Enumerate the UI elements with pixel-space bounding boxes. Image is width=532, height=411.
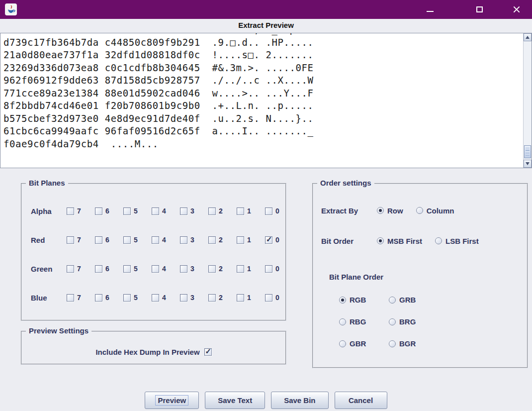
bit-order-radio-msb-first[interactable] — [377, 237, 384, 244]
extract-by-radio-column[interactable] — [416, 207, 423, 214]
bit-plane-order-option-bgr[interactable]: BGR — [389, 339, 426, 348]
bit-plane-order-label: Bit Plane Order — [329, 273, 383, 281]
save-text-button[interactable]: Save Text — [205, 392, 265, 409]
checkbox-alpha-bit-0[interactable] — [265, 207, 272, 215]
extract-by-option-column[interactable]: Column — [416, 206, 454, 215]
checkbox-blue-bit-5[interactable] — [123, 294, 131, 302]
extract-by-radio-row[interactable] — [377, 207, 384, 214]
hex-dump-preview[interactable]: .......,. _..p....d739c17fb364b7da c4485… — [0, 33, 532, 168]
checkbox-red-bit-5[interactable] — [123, 236, 131, 244]
bit-plane-order-option-grb[interactable]: GRB — [389, 296, 426, 304]
scrollbar-thumb[interactable] — [524, 145, 531, 158]
bit-number-label: 1 — [247, 265, 251, 273]
save-bin-button[interactable]: Save Bin — [271, 392, 328, 409]
bit-order-option-msb-first[interactable]: MSB First — [377, 237, 422, 245]
bit-number-label: 3 — [190, 207, 194, 215]
bit-number-label: 2 — [219, 207, 223, 215]
extract-by-options: RowColumn — [377, 206, 467, 215]
checkbox-alpha-bit-5[interactable] — [123, 207, 131, 215]
hex-line: d739c17fb364b7da c44850c809f9b291 .9.□.d… — [3, 36, 522, 49]
bit-number-label: 4 — [162, 265, 166, 273]
order-settings-title: Order settings — [317, 179, 374, 187]
bit-number-label: 2 — [219, 236, 223, 244]
bit-number-label: 0 — [275, 236, 279, 244]
bit-cell: 7 — [67, 207, 95, 215]
bit-number-label: 0 — [275, 265, 279, 273]
checkbox-green-bit-2[interactable] — [208, 265, 216, 273]
order-settings-group: Order settings Extract By RowColumn Bit … — [312, 183, 528, 368]
bit-order-radio-lsb-first[interactable] — [435, 237, 442, 244]
button-bar: PreviewSave TextSave BinCancel — [0, 392, 532, 409]
bit-number-label: 3 — [190, 294, 194, 302]
radio-label-row: Row — [387, 206, 403, 215]
bit-cell: 6 — [95, 207, 123, 215]
bit-plane-order-radio-rbg[interactable] — [339, 318, 346, 325]
hex-line: f0ae9c0f4da79cb4 ....M... — [3, 138, 522, 151]
preview-button[interactable]: Preview — [145, 392, 199, 409]
channel-label-red: Red — [31, 236, 67, 244]
bit-plane-order-radio-bgr[interactable] — [389, 340, 396, 347]
channel-label-green: Green — [31, 265, 67, 273]
bit-number-label: 2 — [219, 294, 223, 302]
checkbox-blue-bit-1[interactable] — [237, 294, 244, 302]
checkbox-green-bit-1[interactable] — [237, 265, 244, 273]
checkbox-green-bit-5[interactable] — [123, 265, 131, 273]
extract-by-option-row[interactable]: Row — [377, 206, 403, 215]
cancel-button[interactable]: Cancel — [335, 392, 387, 409]
vertical-scrollbar[interactable] — [523, 33, 532, 168]
checkbox-red-bit-2[interactable] — [208, 236, 216, 244]
checkbox-green-bit-7[interactable] — [67, 265, 74, 273]
bit-number-label: 1 — [247, 207, 251, 215]
close-button[interactable] — [513, 5, 521, 13]
checkbox-alpha-bit-3[interactable] — [180, 207, 187, 215]
hex-line: 8f2bbdb74cd46e01 f20b708601b9c9b0 .+..L.… — [3, 100, 522, 112]
checkbox-blue-bit-4[interactable] — [152, 294, 159, 302]
checkbox-alpha-bit-1[interactable] — [237, 207, 244, 215]
scroll-up-button[interactable] — [524, 33, 532, 41]
checkbox-green-bit-0[interactable] — [265, 265, 272, 273]
bit-plane-order-radio-rgb[interactable] — [339, 297, 346, 304]
checkbox-green-bit-6[interactable] — [95, 265, 102, 273]
checkbox-red-bit-4[interactable] — [152, 236, 159, 244]
checkbox-red-bit-1[interactable] — [237, 236, 244, 244]
checkbox-blue-bit-3[interactable] — [180, 294, 187, 302]
bit-plane-order-option-rbg[interactable]: RBG — [339, 317, 376, 326]
include-hex-checkbox[interactable] — [204, 348, 212, 356]
radio-label-column: Column — [427, 206, 454, 215]
bit-planes-group: Bit Planes Alpha76543210Red76543210Green… — [21, 183, 286, 321]
bit-order-option-lsb-first[interactable]: LSB First — [435, 237, 479, 245]
checkbox-red-bit-3[interactable] — [180, 236, 187, 244]
bit-plane-order-radio-gbr[interactable] — [339, 340, 346, 347]
bit-cell: 2 — [208, 294, 237, 302]
checkbox-blue-bit-7[interactable] — [67, 294, 74, 302]
checkbox-green-bit-3[interactable] — [180, 265, 187, 273]
radio-label-rbg: RBG — [350, 317, 366, 326]
minimize-button[interactable] — [426, 5, 434, 13]
checkbox-alpha-bit-6[interactable] — [95, 207, 102, 215]
bit-plane-order-radio-brg[interactable] — [389, 318, 396, 325]
bit-order-label: Bit Order — [321, 237, 377, 245]
bit-plane-order-option-rgb[interactable]: RGB — [339, 296, 376, 304]
checkbox-red-bit-7[interactable] — [67, 236, 74, 244]
bit-cell: 4 — [152, 294, 180, 302]
checkbox-alpha-bit-7[interactable] — [67, 207, 74, 215]
bit-number-label: 7 — [77, 265, 81, 273]
checkbox-alpha-bit-2[interactable] — [208, 207, 216, 215]
bit-number-label: 3 — [190, 265, 194, 273]
checkbox-blue-bit-6[interactable] — [95, 294, 102, 302]
bit-plane-order-option-gbr[interactable]: GBR — [339, 339, 376, 348]
checkbox-blue-bit-2[interactable] — [208, 294, 216, 302]
checkbox-blue-bit-0[interactable] — [265, 294, 272, 302]
extract-by-row: Extract By RowColumn — [321, 206, 467, 215]
checkbox-red-bit-0[interactable] — [265, 236, 272, 244]
arrow-up-icon — [526, 36, 530, 39]
preview-settings-title: Preview Settings — [26, 326, 91, 335]
bit-plane-order-radio-grb[interactable] — [389, 297, 396, 304]
maximize-button[interactable] — [476, 5, 484, 13]
checkbox-alpha-bit-4[interactable] — [152, 207, 159, 215]
checkbox-red-bit-6[interactable] — [95, 236, 102, 244]
bit-plane-order-option-brg[interactable]: BRG — [389, 317, 426, 326]
scroll-down-button[interactable] — [524, 160, 532, 168]
checkbox-green-bit-4[interactable] — [152, 265, 159, 273]
bit-cell: 4 — [152, 236, 180, 244]
